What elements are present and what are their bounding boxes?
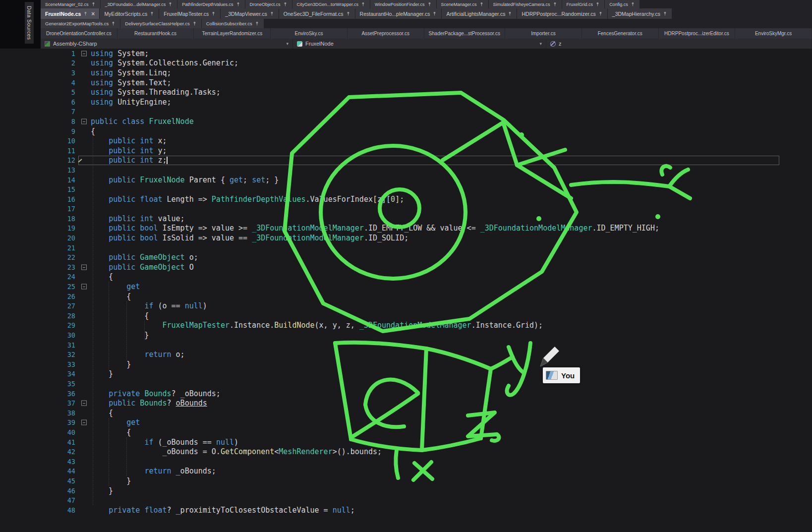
code-line-39[interactable]: 39− get bbox=[0, 418, 812, 428]
tab-importer-cs[interactable]: Importer.cs bbox=[505, 28, 581, 39]
tab-deliverysurfaceclasshelper-cs[interactable]: DeliverySurfaceClassHelper.cs bbox=[120, 19, 201, 28]
code-line-14[interactable]: 14 public FruxelNode Parent { get; set; … bbox=[0, 175, 812, 185]
side-tab-data-sources[interactable]: Data Sources bbox=[25, 2, 34, 44]
tab-artificiallightsmanager-cs[interactable]: ArtificialLightsManager.cs bbox=[442, 8, 517, 19]
pin-icon[interactable] bbox=[508, 11, 512, 16]
tab-scenemanager-02-cs[interactable]: SceneManager_02.cs bbox=[41, 0, 100, 8]
pin-icon[interactable] bbox=[270, 11, 274, 16]
fold-marker[interactable]: − bbox=[81, 284, 87, 290]
pin-icon[interactable] bbox=[553, 2, 557, 6]
fold-marker[interactable]: − bbox=[81, 420, 87, 425]
code-line-1[interactable]: 1−using System; bbox=[0, 49, 812, 59]
tab-collisionsubscriber-cs[interactable]: CollisionSubscriber.cs bbox=[202, 19, 264, 28]
pin-icon[interactable] bbox=[631, 2, 635, 6]
tab-fruxelnode-cs[interactable]: FruxelNode.cs× bbox=[41, 8, 99, 19]
chevron-down-icon[interactable]: ▾ bbox=[286, 41, 289, 46]
code-line-45[interactable]: 45 } bbox=[0, 476, 812, 486]
pin-icon[interactable] bbox=[479, 2, 484, 6]
code-line-26[interactable]: 26 { bbox=[0, 292, 812, 301]
fold-marker[interactable]: − bbox=[81, 264, 87, 270]
code-line-27[interactable]: 27 if (o == null) bbox=[0, 301, 812, 311]
pin-icon[interactable] bbox=[427, 2, 432, 6]
pin-icon[interactable] bbox=[111, 21, 116, 26]
code-line-46[interactable]: 46 } bbox=[0, 486, 812, 496]
pin-icon[interactable] bbox=[598, 11, 603, 16]
code-line-24[interactable]: 24 { bbox=[0, 272, 812, 282]
code-line-44[interactable]: 44 return _oBounds; bbox=[0, 467, 812, 476]
tab-droneobject-cs[interactable]: DroneObject.cs bbox=[245, 0, 292, 8]
code-line-29[interactable]: 29 FruxelMapTester.Instance.BuildNode(x,… bbox=[0, 321, 812, 331]
code-line-15[interactable]: 15 bbox=[0, 184, 812, 194]
tab-hdrppostproc-randomizer-cs[interactable]: HDRPPostproc...Randomizer.cs bbox=[517, 8, 607, 19]
code-line-42[interactable]: 42 _oBounds = O.GetComponent<MeshRendere… bbox=[0, 447, 812, 457]
code-line-41[interactable]: 41 if (_oBounds == null) bbox=[0, 437, 812, 447]
code-line-28[interactable]: 28 { bbox=[0, 311, 812, 321]
pin-icon[interactable] bbox=[83, 11, 88, 16]
tab-scenemanager-cs[interactable]: SceneManager.cs bbox=[437, 0, 488, 8]
pin-icon[interactable] bbox=[346, 11, 350, 16]
pin-icon[interactable] bbox=[361, 2, 365, 6]
code-line-47[interactable]: 47 bbox=[0, 495, 812, 505]
class-dropdown[interactable]: FruxelNode ▾ bbox=[293, 39, 546, 49]
code-line-2[interactable]: 2using System.Collections.Generic; bbox=[0, 59, 812, 68]
code-line-36[interactable]: 36 private Bounds? _oBounds; bbox=[0, 389, 812, 399]
code-line-31[interactable]: 31 bbox=[0, 340, 812, 350]
code-line-34[interactable]: 34 } bbox=[0, 369, 812, 379]
code-line-5[interactable]: 5using System.Threading.Tasks; bbox=[0, 87, 812, 97]
member-dropdown[interactable]: z bbox=[546, 39, 812, 49]
code-line-35[interactable]: 35 bbox=[0, 379, 812, 389]
close-icon[interactable]: × bbox=[91, 11, 95, 17]
pin-icon[interactable] bbox=[283, 2, 288, 6]
tab--3dfoundatio-delmanager-cs[interactable]: _3DFoundatio...delManager.cs bbox=[101, 0, 177, 8]
tab-myeditorscripts-cs[interactable]: MyEditorScripts.cs bbox=[100, 8, 159, 19]
code-line-48[interactable]: 48 private float? _proximityToClosestObs… bbox=[0, 505, 812, 515]
tab-assetpreprocessor-cs[interactable]: AssetPreprocessor.cs bbox=[348, 28, 424, 39]
tab-droneorientationcontroller-cs[interactable]: DroneOrientationController.cs bbox=[41, 28, 117, 39]
fold-marker[interactable]: − bbox=[81, 118, 87, 124]
code-line-18[interactable]: 18 public int value; bbox=[0, 214, 812, 224]
code-line-33[interactable]: 33 } bbox=[0, 359, 812, 369]
code-line-38[interactable]: 38 { bbox=[0, 408, 812, 418]
pin-icon[interactable] bbox=[168, 2, 173, 6]
code-line-11[interactable]: 11 public int y; bbox=[0, 146, 812, 156]
tab--3dmapviewer-cs[interactable]: _3DMapViewer.cs bbox=[221, 8, 278, 19]
pin-icon[interactable] bbox=[192, 21, 197, 26]
tab-windowpositionfinder-cs[interactable]: WindowPositionFinder.cs bbox=[370, 0, 436, 8]
tab-citygen3dgen-torwrapper-cs[interactable]: CityGen3DGen...torWrapper.cs bbox=[292, 0, 370, 8]
fold-marker[interactable]: − bbox=[81, 51, 87, 56]
code-line-20[interactable]: 20 public bool IsSolid => value == _3DFo… bbox=[0, 233, 812, 243]
code-line-12[interactable]: 12 public int z; bbox=[0, 156, 812, 166]
pin-icon[interactable] bbox=[211, 11, 216, 16]
tab--3dmaphierarchy-cs[interactable]: _3DMapHierarchy.cs bbox=[608, 8, 672, 19]
tab-fruxelgrid-cs[interactable]: FruxelGrid.cs bbox=[562, 0, 605, 8]
code-line-37[interactable]: 37− public Bounds? oBounds bbox=[0, 398, 812, 408]
code-line-8[interactable]: 8−public class FruxelNode bbox=[0, 117, 812, 126]
tab-fencesgenerator-cs[interactable]: FencesGenerator.cs bbox=[582, 28, 658, 39]
tab-enviroskymgr-cs[interactable]: EnviroSkyMgr.cs bbox=[735, 28, 812, 39]
code-editor[interactable]: 1−using System;2using System.Collections… bbox=[0, 49, 812, 515]
code-line-4[interactable]: 4using System.Text; bbox=[0, 78, 812, 88]
code-line-25[interactable]: 25− get bbox=[0, 282, 812, 292]
tab-pathfinderdepthvalues-cs[interactable]: PathfinderDepthValues.cs bbox=[177, 0, 244, 8]
code-line-7[interactable]: 7 bbox=[0, 107, 812, 117]
code-line-30[interactable]: 30 } bbox=[0, 330, 812, 340]
pin-icon[interactable] bbox=[91, 2, 96, 6]
code-line-9[interactable]: 9{ bbox=[0, 126, 812, 136]
tab-hdrppostproc-izereditor-cs[interactable]: HDRPPostproc...izerEditor.cs bbox=[659, 28, 735, 39]
code-line-40[interactable]: 40 { bbox=[0, 427, 812, 437]
code-line-21[interactable]: 21 bbox=[0, 243, 812, 253]
code-line-3[interactable]: 3using System.Linq; bbox=[0, 68, 812, 78]
tab-config-cs[interactable]: Config.cs bbox=[605, 0, 639, 8]
tab-fruxelmaptester-cs[interactable]: FruxelMapTester.cs bbox=[159, 8, 220, 19]
tab-envirosky-cs[interactable]: EnviroSky.cs bbox=[271, 28, 347, 39]
fold-marker[interactable]: − bbox=[81, 401, 87, 406]
code-line-16[interactable]: 16 public float Length => PathfinderDept… bbox=[0, 194, 812, 204]
tab-shaderpackage-stprocessor-cs[interactable]: ShaderPackage...stProcessor.cs bbox=[424, 28, 505, 39]
tab-restauranthook-cs[interactable]: RestaurantHook.cs bbox=[117, 28, 194, 39]
code-line-43[interactable]: 43 bbox=[0, 457, 812, 467]
code-line-13[interactable]: 13 bbox=[0, 165, 812, 175]
tab-terrainlayerrandomizer-cs[interactable]: TerrainLayerRandomizer.cs bbox=[194, 28, 270, 39]
code-line-10[interactable]: 10 public int x; bbox=[0, 136, 812, 146]
tab-restaurantho-plemanager-cs[interactable]: RestaurantHo...pleManager.cs bbox=[355, 8, 442, 19]
tab-simulatedfisheyecamera-cs[interactable]: SimulatedFisheyeCamera.cs bbox=[489, 0, 562, 8]
